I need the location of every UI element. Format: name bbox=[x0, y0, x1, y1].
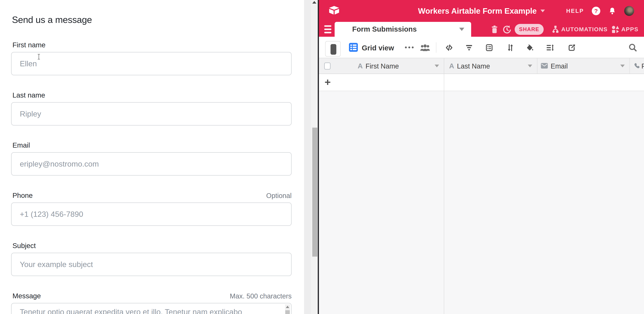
apps-icon[interactable] bbox=[611, 25, 620, 34]
column-dropdown-icon[interactable] bbox=[528, 65, 532, 67]
column-name: First Name bbox=[366, 62, 399, 70]
contact-form-pane: Send us a message First name Last name E… bbox=[0, 0, 304, 314]
bell-icon[interactable] bbox=[608, 7, 616, 15]
collaborators-icon[interactable] bbox=[420, 44, 430, 52]
last-name-label: Last name bbox=[12, 91, 45, 99]
phone-label: Phone bbox=[12, 191, 33, 200]
window-divider bbox=[318, 0, 319, 314]
email-input[interactable] bbox=[11, 152, 292, 176]
search-icon[interactable] bbox=[628, 43, 637, 52]
user-avatar[interactable] bbox=[624, 6, 634, 16]
first-name-label: First name bbox=[12, 41, 46, 49]
select-all-checkbox[interactable] bbox=[324, 63, 330, 70]
tab-form-submissions[interactable]: Form Submissions bbox=[335, 22, 471, 37]
column-name: Phone bbox=[642, 62, 644, 70]
share-button[interactable]: SHARE bbox=[515, 24, 544, 35]
automations-button[interactable]: AUTOMATIONS bbox=[561, 26, 608, 33]
form-page-gutter bbox=[304, 0, 311, 314]
column-header-phone[interactable]: Phone bbox=[630, 58, 644, 74]
phone-field-icon bbox=[633, 62, 640, 70]
column-dropdown-icon[interactable] bbox=[434, 65, 439, 67]
row-height-icon[interactable] bbox=[546, 43, 554, 52]
view-name-button[interactable]: Grid view bbox=[362, 44, 394, 52]
topbar-right-group: HELP ? bbox=[566, 0, 634, 22]
apps-button[interactable]: APPS bbox=[621, 26, 638, 33]
paint-fill-icon[interactable] bbox=[526, 43, 534, 52]
scrollbar-thumb[interactable] bbox=[312, 128, 318, 257]
grid-view-icon bbox=[349, 43, 358, 52]
text-cursor bbox=[38, 54, 39, 59]
text-field-icon: A bbox=[358, 62, 363, 70]
base-title-menu[interactable]: Workers Airtable Form Example bbox=[418, 0, 545, 22]
text-field-icon: A bbox=[449, 62, 454, 70]
email-field-icon bbox=[540, 62, 548, 69]
first-name-input[interactable] bbox=[11, 52, 292, 75]
embed-code-icon[interactable] bbox=[445, 43, 454, 52]
sidebar-toggle-icon[interactable] bbox=[325, 41, 341, 57]
column-header-first-name[interactable]: A First Name bbox=[319, 58, 444, 74]
share-view-icon[interactable] bbox=[568, 43, 576, 52]
view-toolbar: Grid view bbox=[319, 37, 644, 58]
subject-label: Subject bbox=[12, 242, 36, 250]
filter-icon[interactable] bbox=[465, 43, 473, 52]
help-button[interactable]: HELP bbox=[566, 8, 584, 14]
screen: Send us a message First name Last name E… bbox=[0, 0, 644, 314]
chevron-down-icon bbox=[540, 10, 545, 12]
subject-input[interactable] bbox=[11, 253, 292, 276]
add-record-row[interactable]: + bbox=[319, 74, 644, 91]
message-label: Message bbox=[12, 292, 41, 300]
ellipsis-icon[interactable] bbox=[405, 47, 414, 48]
column-header-email[interactable]: Email bbox=[537, 58, 630, 74]
column-name: Email bbox=[551, 62, 568, 70]
sort-icon[interactable] bbox=[506, 43, 515, 52]
message-text: Tenetur optio quaerat expedita vero et i… bbox=[20, 307, 242, 314]
textarea-scroll-up-arrow[interactable] bbox=[286, 306, 289, 308]
automations-flow-icon[interactable] bbox=[551, 25, 560, 34]
message-textarea[interactable]: Tenetur optio quaerat expedita vero et i… bbox=[11, 303, 292, 314]
grid-header-row: A First Name A Last Name Email bbox=[319, 58, 644, 74]
airtable-topbar: Workers Airtable Form Example HELP ? bbox=[319, 0, 644, 22]
page-scrollbar[interactable] bbox=[311, 0, 318, 314]
toolbar-divider bbox=[436, 42, 436, 53]
column-header-last-name[interactable]: A Last Name bbox=[444, 58, 537, 74]
history-icon[interactable] bbox=[502, 25, 512, 34]
phone-input[interactable] bbox=[11, 202, 292, 226]
column-dropdown-icon[interactable] bbox=[620, 65, 625, 67]
last-name-input[interactable] bbox=[11, 102, 292, 126]
phone-optional-hint: Optional bbox=[266, 192, 292, 200]
airtable-window: Workers Airtable Form Example HELP ? For… bbox=[319, 0, 644, 314]
group-icon[interactable] bbox=[485, 43, 494, 52]
frozen-column-divider[interactable] bbox=[444, 58, 444, 314]
tab-label: Form Submissions bbox=[352, 25, 417, 33]
hamburger-menu-icon[interactable] bbox=[324, 25, 332, 34]
airtable-logo-icon[interactable] bbox=[328, 6, 340, 15]
table-tabs-bar: Form Submissions SHARE bbox=[319, 22, 644, 37]
tab-chevron-down-icon[interactable] bbox=[459, 28, 464, 31]
message-maxchars-hint: Max. 500 characters bbox=[230, 292, 292, 300]
column-name: Last Name bbox=[457, 62, 490, 70]
textarea-scrollbar-thumb[interactable] bbox=[285, 310, 290, 314]
scroll-up-arrow[interactable] bbox=[312, 1, 316, 4]
textarea-scrollbar[interactable] bbox=[285, 304, 290, 314]
form-title: Send us a message bbox=[12, 14, 92, 25]
add-record-icon[interactable]: + bbox=[324, 76, 331, 88]
help-question-icon[interactable]: ? bbox=[592, 7, 600, 15]
base-title: Workers Airtable Form Example bbox=[418, 6, 537, 16]
email-label: Email bbox=[12, 141, 30, 149]
share-label: SHARE bbox=[519, 26, 540, 33]
trash-icon[interactable] bbox=[490, 25, 499, 34]
